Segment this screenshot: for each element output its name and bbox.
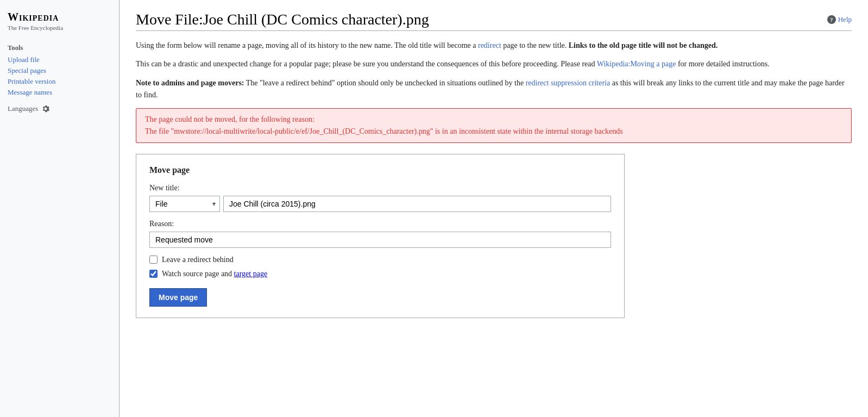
redirect-label[interactable]: Leave a redirect behind (162, 256, 234, 264)
error-box: The page could not be moved, for the fol… (136, 108, 852, 143)
new-title-label: New title: (149, 184, 611, 192)
reason-label: Reason: (149, 220, 611, 228)
namespace-wrapper: File (Article) Talk User Wikipedia Help … (149, 196, 220, 212)
tools-label: Tools (8, 44, 111, 52)
intro-paragraph-2: This can be a drastic and unexpected cha… (136, 58, 852, 70)
move-page-button[interactable]: Move page (149, 288, 207, 307)
help-label: Help (838, 15, 852, 24)
languages-label: Languages (8, 104, 38, 113)
watch-target-link[interactable]: target page (234, 270, 268, 278)
redirect-checkbox[interactable] (149, 256, 158, 264)
wiki-logo-title: Wikipedia (8, 11, 111, 23)
note-bold: Note to admins and page movers: (136, 79, 244, 87)
reason-input[interactable] (149, 232, 611, 248)
note-text: The "leave a redirect behind" option sho… (244, 79, 526, 87)
intro-paragraph-1: Using the form below will rename a page,… (136, 40, 852, 52)
suppression-link[interactable]: redirect suppression criteria (526, 79, 611, 87)
form-title: Move page (149, 165, 611, 175)
wiki-logo-subtitle: The Free Encyclopedia (8, 24, 111, 31)
languages-row: Languages (0, 100, 119, 117)
watch-checkbox-row: Watch source page and target page (149, 270, 611, 278)
title-input[interactable] (223, 196, 611, 212)
intro-text-3: for more detailed instructions. (676, 60, 769, 68)
watch-label[interactable]: Watch source page and target page (162, 270, 267, 278)
tools-section: Tools Upload file Special pages Printabl… (0, 40, 119, 100)
watch-checkbox[interactable] (149, 270, 158, 278)
sidebar-item-printable[interactable]: Printable version (8, 76, 111, 87)
sidebar-item-upload[interactable]: Upload file (8, 54, 111, 65)
sidebar: Wikipedia The Free Encyclopedia Tools Up… (0, 0, 119, 417)
sidebar-logo: Wikipedia The Free Encyclopedia (0, 5, 119, 40)
move-page-form: Move page New title: File (Article) Talk… (136, 154, 625, 318)
page-title: Move File:Joe Chill (DC Comics character… (136, 11, 429, 28)
namespace-select[interactable]: File (Article) Talk User Wikipedia Help … (149, 196, 220, 212)
intro-para2: This can be a drastic and unexpected cha… (136, 60, 597, 68)
error-heading: The page could not be moved, for the fol… (145, 115, 842, 124)
redirect-checkbox-row: Leave a redirect behind (149, 256, 611, 264)
moving-page-link[interactable]: Wikipedia:Moving a page (597, 60, 676, 68)
help-icon: ? (827, 15, 836, 24)
sidebar-item-message-names[interactable]: Message names (8, 87, 111, 98)
new-title-row: File (Article) Talk User Wikipedia Help … (149, 196, 611, 212)
help-link[interactable]: ? Help (827, 15, 852, 24)
page-title-bar: Move File:Joe Chill (DC Comics character… (136, 11, 852, 31)
sidebar-item-special[interactable]: Special pages (8, 65, 111, 76)
redirect-link[interactable]: redirect (478, 41, 501, 49)
intro-text-1: Using the form below will rename a page,… (136, 41, 478, 49)
note-paragraph: Note to admins and page movers: The "lea… (136, 77, 852, 102)
intro-text-2: page to the new title. (501, 41, 569, 49)
main-content: Move File:Joe Chill (DC Comics character… (119, 0, 868, 417)
watch-label-text: Watch source page and (162, 270, 234, 278)
intro-bold: Links to the old page title will not be … (569, 41, 718, 49)
gear-icon[interactable] (41, 104, 50, 113)
error-detail: The file "mwstore://local-multiwrite/loc… (145, 127, 842, 136)
